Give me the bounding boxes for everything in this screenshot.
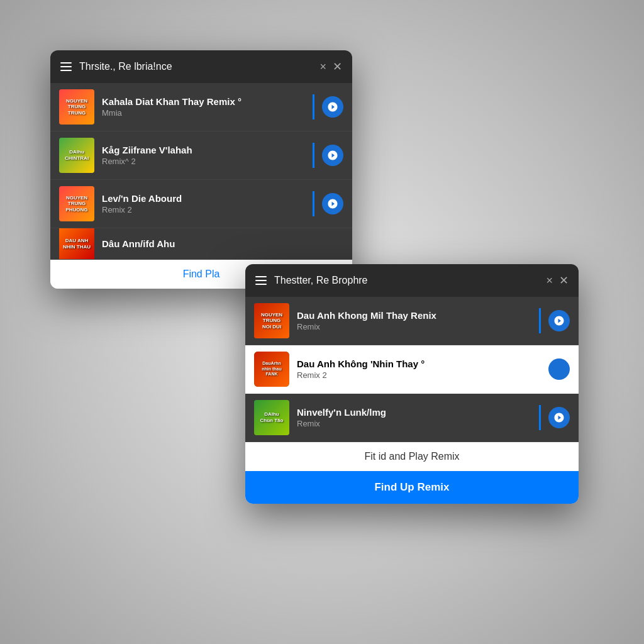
back-song-thumb-2: DAlhuCHINTRAI [59, 138, 94, 173]
front-thumb-inner-3: DAlhuChùn Tão [254, 400, 289, 435]
front-action-bar[interactable]: Fit id and Play Remix [245, 442, 579, 471]
back-window-header: Thrsite., Re lbria!nce × ✕ [50, 50, 352, 83]
front-window-header: Thestter, Re Brophre × ✕ [245, 264, 579, 297]
back-play-btn-1[interactable] [322, 96, 343, 118]
front-song-subtitle-2: Remix 2 [297, 370, 541, 380]
front-song-info-3: Ninvelfy'n Lunk/lmg Remix [297, 407, 531, 428]
front-thumb-inner-1: NGUYENTRUNGNOI DUI [254, 303, 289, 338]
thumb-img-inner-2: DAlhuCHINTRAI [59, 138, 94, 173]
front-song-thumb-1: NGUYENTRUNGNOI DUI [254, 303, 289, 338]
back-song-thumb-4: DAU ANHNHIN THAU [59, 228, 94, 260]
front-song-list: NGUYENTRUNGNOI DUI Dau Anh Khong Mil Tha… [245, 297, 579, 442]
front-song-title-1: Dau Anh Khong Mil Thay Renix [297, 310, 531, 321]
front-song-item-1[interactable]: NGUYENTRUNGNOI DUI Dau Anh Khong Mil Tha… [245, 297, 579, 345]
back-song-title-4: Dâu Ann/ifd Ahu [102, 238, 343, 249]
minimize-icon[interactable]: × [319, 61, 326, 72]
front-thumb-inner-2: DauArhnnhin thauFANK [254, 352, 289, 387]
front-song-item-3[interactable]: DAlhuChùn Tão Ninvelfy'n Lunk/lmg Remix [245, 394, 579, 442]
front-song-subtitle-3: Remix [297, 419, 531, 428]
close-icon[interactable]: ✕ [333, 61, 342, 72]
back-divider-1 [313, 94, 314, 119]
front-minimize-icon[interactable]: × [546, 275, 553, 286]
back-window-title: Thrsite., Re lbria!nce [79, 61, 312, 72]
back-play-btn-3[interactable] [322, 193, 343, 214]
front-action-label[interactable]: Fit id and Play Remix [364, 451, 459, 462]
front-song-title-3: Ninvelfy'n Lunk/lmg [297, 407, 531, 418]
front-song-title-2: Dau Anh Không 'Nhin Thay ° [297, 358, 541, 369]
back-song-list: NGUYENTRUNGTRUNG Kahala Diat Khan Thay R… [50, 83, 352, 260]
back-song-subtitle-1: Mmia [102, 108, 305, 118]
back-song-title-2: Kåg Ziifrane V'lahah [102, 145, 305, 155]
back-song-thumb-1: NGUYENTRUNGTRUNG [59, 89, 94, 125]
back-song-info-1: Kahala Diat Khan Thay Remix ° Mmia [102, 96, 305, 118]
back-song-item-2[interactable]: DAlhuCHINTRAI Kåg Ziifrane V'lahah Remix… [50, 131, 352, 180]
front-play-btn-3[interactable] [548, 407, 570, 428]
back-window: Thrsite., Re lbria!nce × ✕ NGUYENTRUNGTR… [50, 50, 352, 289]
back-song-thumb-3: NGUYENTRUNGPHUONG [59, 186, 94, 221]
thumb-img-inner-4: DAU ANHNHIN THAU [59, 228, 94, 260]
front-song-item-2-highlighted[interactable]: DauArhnnhin thauFANK Dau Anh Không 'Nhin… [245, 345, 579, 394]
back-play-btn-2[interactable] [322, 145, 343, 166]
front-divider-3 [539, 405, 541, 430]
front-song-thumb-2: DauArhnnhin thauFANK [254, 352, 289, 387]
back-song-info-3: Lev/'n Die Abourd Remix 2 [102, 193, 305, 214]
front-window-controls: × ✕ [546, 275, 569, 286]
back-song-item-4[interactable]: DAU ANHNHIN THAU Dâu Ann/ifd Ahu [50, 228, 352, 260]
front-song-info-1: Dau Anh Khong Mil Thay Renix Remix [297, 310, 531, 331]
front-song-subtitle-1: Remix [297, 322, 531, 331]
front-song-info-2: Dau Anh Không 'Nhin Thay ° Remix 2 [297, 358, 541, 380]
front-divider-1 [539, 308, 541, 333]
back-song-subtitle-2: Remix^ 2 [102, 157, 305, 166]
thumb-img-inner-3: NGUYENTRUNGPHUONG [59, 186, 94, 221]
back-song-info-4: Dâu Ann/ifd Ahu [102, 238, 343, 249]
back-song-title-3: Lev/'n Die Abourd [102, 193, 305, 204]
front-song-thumb-3: DAlhuChùn Tão [254, 400, 289, 435]
front-play-btn-2[interactable] [548, 358, 570, 380]
back-song-subtitle-3: Remix 2 [102, 205, 305, 214]
back-divider-3 [313, 191, 314, 216]
hamburger-icon[interactable] [60, 62, 72, 71]
front-window: Thestter, Re Brophre × ✕ NGUYENTRUNGNOI … [245, 264, 579, 504]
back-divider-2 [313, 143, 314, 168]
back-song-item-3[interactable]: NGUYENTRUNGPHUONG Lev/'n Die Abourd Remi… [50, 180, 352, 228]
front-hamburger-icon[interactable] [255, 276, 267, 285]
find-up-remix-button[interactable]: Find Up Remix [245, 471, 579, 504]
back-window-controls: × ✕ [319, 61, 342, 72]
back-find-play-text[interactable]: Find Pla [183, 269, 220, 280]
back-song-item-1[interactable]: NGUYENTRUNGTRUNG Kahala Diat Khan Thay R… [50, 83, 352, 131]
back-song-info-2: Kåg Ziifrane V'lahah Remix^ 2 [102, 145, 305, 166]
front-close-icon[interactable]: ✕ [559, 275, 569, 286]
thumb-img-inner: NGUYENTRUNGTRUNG [59, 89, 94, 125]
front-play-btn-1[interactable] [548, 310, 570, 331]
back-song-title-1: Kahala Diat Khan Thay Remix ° [102, 96, 305, 107]
front-window-title: Thestter, Re Brophre [274, 275, 538, 286]
